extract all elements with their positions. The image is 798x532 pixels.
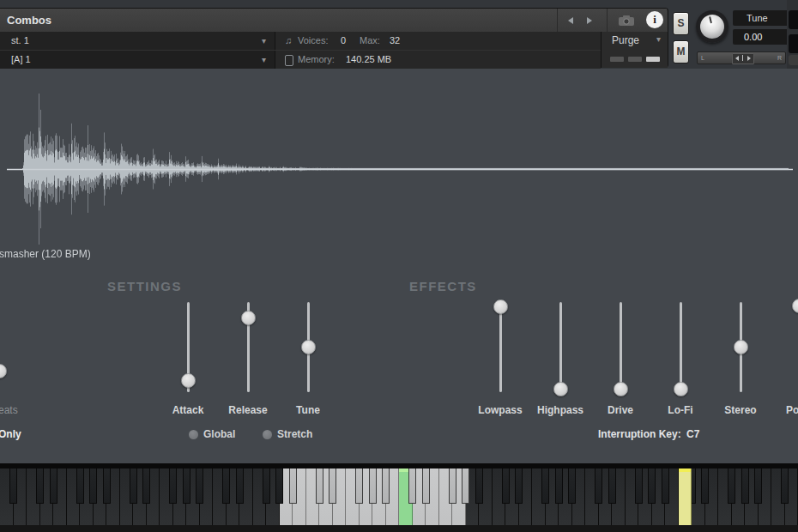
- key-black-42[interactable]: [568, 469, 576, 504]
- voices-max-label: Max:: [360, 32, 380, 50]
- instrument-nav: [557, 9, 608, 32]
- bank-caret-icon: ▾: [262, 51, 266, 69]
- key-black-21[interactable]: [289, 469, 297, 504]
- key-black-56[interactable]: [754, 469, 762, 504]
- nav-next-icon[interactable]: [587, 17, 592, 24]
- instrument-select-dropdown[interactable]: st. 1 ▾: [0, 32, 275, 50]
- key-black-31[interactable]: [422, 469, 430, 504]
- lowpass-slider-track[interactable]: [499, 302, 502, 392]
- key-black-9[interactable]: [130, 469, 137, 504]
- instrument-title-bar[interactable]: Combos i: [0, 9, 667, 33]
- key-black-58[interactable]: [781, 469, 789, 504]
- nav-prev-icon[interactable]: [568, 17, 573, 24]
- settings-heading: SETTINGS: [107, 279, 182, 293]
- snapshot-cell[interactable]: [607, 9, 645, 32]
- key-black-47[interactable]: [635, 469, 643, 504]
- key-black-10[interactable]: [142, 469, 150, 504]
- highpass-slider-handle[interactable]: [553, 382, 568, 396]
- camera-icon: [618, 15, 635, 27]
- interruption-key-label: Interruption Key:: [598, 428, 681, 440]
- tune-knob[interactable]: [696, 10, 728, 43]
- key-black-40[interactable]: [541, 469, 549, 504]
- key-black-27[interactable]: [369, 469, 377, 504]
- key-black-52[interactable]: [701, 469, 709, 504]
- lo-fi-slider-handle[interactable]: [674, 382, 688, 396]
- key-black-48[interactable]: [648, 469, 656, 504]
- keyboard-bottom-strip: [0, 525, 798, 532]
- beats-partial-label: eats: [0, 404, 18, 416]
- key-black-6[interactable]: [89, 469, 97, 504]
- key-black-28[interactable]: [382, 469, 390, 504]
- pan-handle-icon[interactable]: [732, 53, 754, 64]
- keyboard: [0, 463, 798, 532]
- release-slider-handle[interactable]: [241, 311, 256, 325]
- highpass-slider-label: Highpass: [526, 404, 595, 416]
- lowpass-slider-label: Lowpass: [466, 404, 535, 416]
- key-black-41[interactable]: [555, 469, 563, 504]
- purge-led: [610, 57, 624, 62]
- bank-select-dropdown[interactable]: [A] 1 ▾: [0, 51, 275, 69]
- key-black-16[interactable]: [222, 469, 230, 504]
- lo-fi-slider-label: Lo-Fi: [646, 404, 715, 416]
- memory-value: 140.25 MB: [346, 51, 391, 69]
- key-black-5[interactable]: [76, 469, 84, 504]
- po-slider-handle[interactable]: [792, 299, 798, 313]
- key-black-19[interactable]: [263, 469, 270, 504]
- key-black-24[interactable]: [329, 469, 336, 504]
- stereo-slider-handle[interactable]: [734, 340, 748, 354]
- key-black-17[interactable]: [236, 469, 244, 504]
- voices-icon: ♫: [285, 32, 292, 50]
- purge-menu[interactable]: Purge ▾: [601, 32, 668, 68]
- attack-slider-label: Attack: [154, 404, 222, 416]
- key-black-3[interactable]: [50, 469, 57, 504]
- mute-button[interactable]: M: [673, 40, 689, 63]
- key-black-26[interactable]: [355, 469, 363, 504]
- highpass-slider-track[interactable]: [559, 302, 562, 392]
- key-black-7[interactable]: [103, 469, 111, 504]
- instrument-select-value: st. 1: [11, 32, 29, 50]
- left-edge-slider-handle[interactable]: [0, 364, 7, 378]
- key-black-45[interactable]: [608, 469, 616, 504]
- key-black-23[interactable]: [316, 469, 323, 504]
- key-black-54[interactable]: [728, 469, 735, 504]
- key-black-20[interactable]: [275, 469, 283, 504]
- global-label: Global: [203, 428, 235, 440]
- pan-right-label: R: [777, 52, 782, 63]
- key-black-33[interactable]: [449, 469, 456, 504]
- info-cell: i: [644, 9, 667, 32]
- key-black-30[interactable]: [408, 469, 416, 504]
- adjacent-box: [789, 34, 798, 53]
- pan-slider[interactable]: L R: [697, 51, 786, 64]
- tune-slider-handle[interactable]: [301, 340, 316, 354]
- adjacent-panel-cut: [787, 0, 798, 69]
- attack-slider-handle[interactable]: [181, 373, 196, 388]
- release-slider-label: Release: [214, 404, 282, 416]
- key-black-0[interactable]: [9, 469, 17, 504]
- purge-led: [646, 57, 660, 62]
- solo-button[interactable]: S: [673, 12, 689, 35]
- pan-left-label: L: [701, 52, 704, 63]
- key-black-14[interactable]: [196, 469, 203, 504]
- info-icon[interactable]: i: [646, 11, 663, 28]
- key-black-38[interactable]: [515, 469, 523, 504]
- key-black-35[interactable]: [475, 469, 483, 504]
- key-black-2[interactable]: [36, 469, 44, 504]
- tune-knob-ball: [698, 12, 727, 41]
- key-black-55[interactable]: [741, 469, 749, 504]
- key-black-12[interactable]: [169, 469, 177, 504]
- instrument-header: Combos i st. 1 ▾: [0, 8, 668, 68]
- stretch-radio[interactable]: [263, 430, 272, 439]
- key-black-13[interactable]: [183, 469, 190, 504]
- key-black-44[interactable]: [595, 469, 602, 504]
- drive-slider-handle[interactable]: [614, 382, 628, 396]
- key-black-49[interactable]: [662, 469, 669, 504]
- purge-label: Purge: [612, 34, 639, 46]
- lo-fi-slider-track[interactable]: [680, 302, 682, 392]
- drive-slider-track[interactable]: [620, 302, 622, 392]
- lowpass-slider-handle[interactable]: [493, 299, 508, 314]
- key-highlight-yellow[interactable]: [679, 469, 692, 525]
- key-black-37[interactable]: [502, 469, 510, 504]
- purge-caret-icon: ▾: [656, 34, 661, 44]
- key-black-34[interactable]: [462, 469, 469, 504]
- global-radio[interactable]: [189, 430, 198, 439]
